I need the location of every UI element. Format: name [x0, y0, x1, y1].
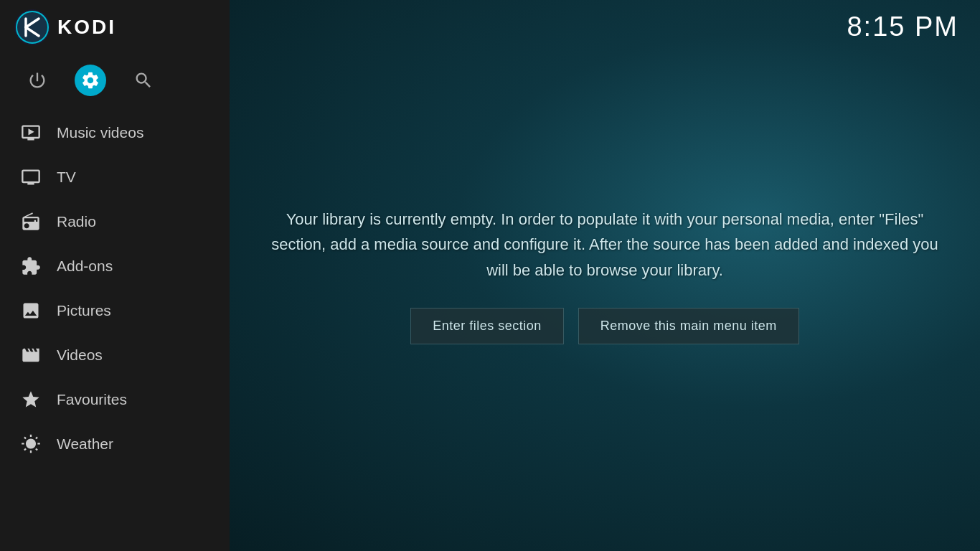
sidebar-item-videos-label: Videos	[57, 347, 103, 364]
logo-area: KODI	[14, 9, 116, 45]
remove-menu-item-button[interactable]: Remove this main menu item	[578, 308, 799, 344]
search-button[interactable]	[128, 65, 159, 96]
sidebar-item-addons-label: Add-ons	[57, 258, 113, 275]
favourites-icon	[18, 387, 44, 413]
radio-icon	[18, 209, 44, 235]
kodi-logo-icon	[14, 9, 50, 45]
sidebar-item-addons[interactable]: Add-ons	[0, 244, 230, 288]
action-buttons: Enter files section Remove this main men…	[260, 308, 949, 344]
sidebar-item-weather[interactable]: Weather	[0, 422, 230, 466]
library-message-container: Your library is currently empty. In orde…	[260, 207, 949, 344]
pictures-icon	[18, 298, 44, 324]
weather-icon	[18, 431, 44, 457]
header: KODI 8:15 PM	[0, 0, 980, 54]
nav-items: Music videos TV Radio	[0, 103, 230, 551]
sidebar-item-favourites[interactable]: Favourites	[0, 377, 230, 422]
addons-icon	[18, 253, 44, 279]
videos-icon	[18, 342, 44, 368]
clock: 8:15 PM	[847, 11, 958, 42]
sidebar-item-tv[interactable]: TV	[0, 155, 230, 199]
sidebar-item-radio-label: Radio	[57, 213, 96, 230]
app-title: KODI	[57, 16, 116, 39]
sidebar-item-music-videos-label: Music videos	[57, 124, 143, 141]
sidebar-item-pictures-label: Pictures	[57, 302, 111, 319]
enter-files-section-button[interactable]: Enter files section	[410, 308, 564, 344]
sidebar-item-pictures[interactable]: Pictures	[0, 288, 230, 333]
sidebar: Music videos TV Radio	[0, 0, 230, 551]
power-button[interactable]	[22, 65, 53, 96]
sidebar-item-weather-label: Weather	[57, 435, 113, 453]
settings-button[interactable]	[75, 65, 106, 96]
sidebar-item-radio[interactable]: Radio	[0, 199, 230, 244]
sidebar-item-tv-label: TV	[57, 169, 76, 186]
main-content: Your library is currently empty. In orde…	[230, 0, 980, 551]
sidebar-top-icons	[0, 54, 230, 103]
tv-icon	[18, 164, 44, 190]
sidebar-item-favourites-label: Favourites	[57, 391, 127, 408]
library-empty-message: Your library is currently empty. In orde…	[260, 207, 949, 283]
sidebar-item-videos[interactable]: Videos	[0, 333, 230, 377]
sidebar-item-music-videos[interactable]: Music videos	[0, 110, 230, 155]
music-video-icon	[18, 120, 44, 146]
